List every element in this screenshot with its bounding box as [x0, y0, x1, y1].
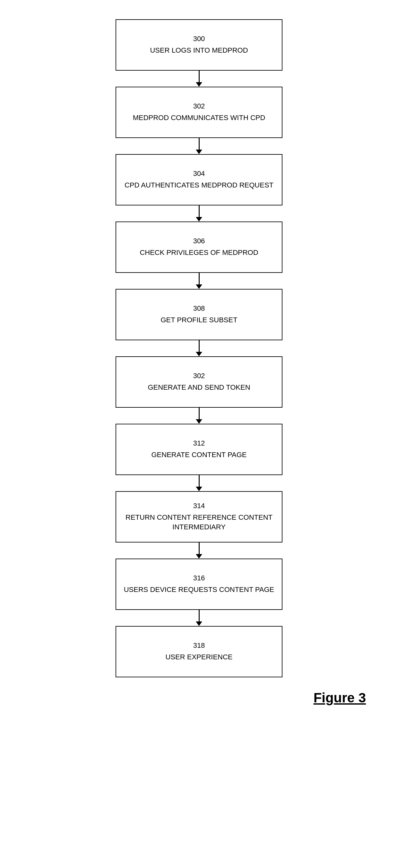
arrow-line	[199, 206, 200, 217]
step-label-1: MEDPROD COMMUNICATES WITH CPD	[133, 113, 266, 123]
flow-box-304-2: 304CPD AUTHENTICATES MEDPROD REQUEST	[116, 154, 282, 206]
step-label-4: GET PROFILE SUBSET	[160, 315, 237, 325]
step-number-6: 312	[193, 439, 205, 447]
step-number-7: 314	[193, 502, 205, 510]
step-label-5: GENERATE AND SEND TOKEN	[148, 383, 250, 392]
figure-label: Figure 3	[314, 690, 366, 706]
arrow-line	[199, 542, 200, 554]
flow-box-316-8: 316USERS DEVICE REQUESTS CONTENT PAGE	[116, 559, 282, 610]
arrow-head	[196, 621, 202, 626]
step-number-4: 308	[193, 304, 205, 313]
arrow-0	[194, 71, 204, 87]
arrow-head	[196, 284, 202, 289]
arrow-head	[196, 217, 202, 221]
arrow-5	[194, 408, 204, 424]
step-label-7: RETURN CONTENT REFERENCE CONTENT INTERME…	[123, 513, 275, 532]
flow-box-302-5: 302GENERATE AND SEND TOKEN	[116, 356, 282, 408]
arrow-line	[199, 340, 200, 352]
step-label-6: GENERATE CONTENT PAGE	[151, 450, 246, 460]
step-number-5: 302	[193, 372, 205, 380]
flow-box-312-6: 312GENERATE CONTENT PAGE	[116, 424, 282, 475]
arrow-line	[199, 138, 200, 150]
arrow-head	[196, 487, 202, 491]
flow-box-300-0: 300User Logs into MEDPROD	[116, 19, 282, 71]
flow-box-302-1: 302MEDPROD COMMUNICATES WITH CPD	[116, 87, 282, 138]
flow-box-308-4: 308GET PROFILE SUBSET	[116, 289, 282, 340]
arrow-line	[199, 273, 200, 284]
step-number-2: 304	[193, 169, 205, 178]
step-label-9: USER EXPERIENCE	[165, 652, 233, 662]
arrow-1	[194, 138, 204, 154]
step-label-0: User Logs into MEDPROD	[150, 45, 248, 55]
page-wrapper: 300User Logs into MEDPROD302MEDPROD COMM…	[6, 13, 392, 706]
step-label-3: CHECK PRIVILEGES OF MEDPROD	[140, 248, 258, 257]
arrow-3	[194, 273, 204, 289]
arrow-head	[196, 150, 202, 154]
arrow-head	[196, 82, 202, 87]
arrow-7	[194, 542, 204, 559]
arrow-4	[194, 340, 204, 356]
arrow-head	[196, 352, 202, 356]
arrow-2	[194, 206, 204, 221]
arrow-6	[194, 475, 204, 491]
flow-box-314-7: 314RETURN CONTENT REFERENCE CONTENT INTE…	[116, 491, 282, 542]
flow-box-318-9: 318USER EXPERIENCE	[116, 626, 282, 677]
step-number-1: 302	[193, 102, 205, 111]
arrow-8	[194, 610, 204, 626]
step-number-0: 300	[193, 35, 205, 43]
flow-box-306-3: 306CHECK PRIVILEGES OF MEDPROD	[116, 221, 282, 273]
arrow-line	[199, 71, 200, 82]
arrow-line	[199, 408, 200, 419]
step-number-8: 316	[193, 574, 205, 582]
step-label-2: CPD AUTHENTICATES MEDPROD REQUEST	[125, 180, 273, 190]
step-number-3: 306	[193, 237, 205, 245]
arrow-head	[196, 554, 202, 559]
arrow-line	[199, 475, 200, 487]
arrow-head	[196, 419, 202, 424]
step-number-9: 318	[193, 641, 205, 650]
arrow-line	[199, 610, 200, 621]
flowchart: 300User Logs into MEDPROD302MEDPROD COMM…	[109, 19, 289, 677]
step-label-8: USERS DEVICE REQUESTS CONTENT PAGE	[124, 585, 274, 594]
